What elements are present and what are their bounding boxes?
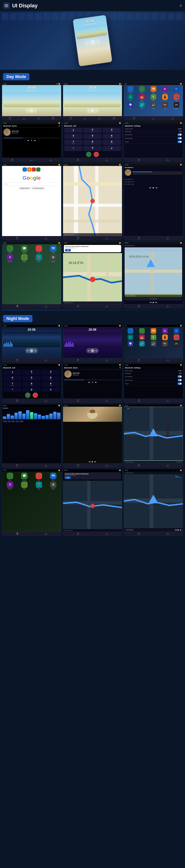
night-dial-4[interactable]: 4GHI: [3, 376, 22, 381]
next-btn[interactable]: ⏭: [34, 110, 36, 112]
night-waze-nav-apts[interactable]: ⚙APTS: [105, 532, 108, 535]
night-app-3[interactable]: 🗺: [148, 328, 159, 334]
night-cp-nav-apts[interactable]: ⚙APTS: [45, 532, 48, 535]
lucky-btn[interactable]: I'm Feeling Lucky: [31, 187, 45, 189]
night-prev-2[interactable]: ⏮: [88, 350, 89, 351]
night-bt-prev[interactable]: ⏮: [88, 381, 90, 383]
eq-preset-2[interactable]: Pop: [8, 421, 11, 422]
night-bt-nav-dial[interactable]: ☎DIAL: [77, 399, 79, 402]
night-auto-connect-toggle[interactable]: [178, 379, 182, 381]
carplay-nav-home[interactable]: 🏠HOME: [16, 305, 19, 308]
app-icon-11[interactable]: 💎 Set: [125, 102, 136, 109]
dial-2[interactable]: 2ABC: [83, 128, 102, 133]
bt-nav-apts[interactable]: ⚙APTS: [49, 159, 52, 161]
night-dial-1[interactable]: 1: [3, 370, 22, 375]
night-nav-apts-2[interactable]: ⚙APTS: [105, 359, 108, 362]
eq-preset-1[interactable]: Normal: [3, 421, 7, 422]
night-play-2[interactable]: ⏸: [90, 349, 95, 352]
bt-next[interactable]: ⏭: [34, 139, 36, 142]
bt-nav-music[interactable]: ♪APTS: [30, 159, 33, 161]
night-nav-apts-3[interactable]: ⚙APTS: [166, 359, 169, 362]
night-hangup-btn[interactable]: 📵: [33, 393, 38, 398]
nav-3-dial[interactable]: ☎DIAL: [133, 117, 135, 120]
app-icon-6[interactable]: 🌐 Net: [125, 94, 136, 101]
dial-3[interactable]: 3DEF: [103, 128, 121, 133]
auto-answer-toggle[interactable]: [178, 133, 182, 136]
night-power-toggle[interactable]: [178, 382, 182, 385]
app-icon-7[interactable]: 📻 Radio: [136, 94, 147, 101]
night-settings-nav-dial[interactable]: ☎DIAL: [138, 399, 140, 402]
night-app-8[interactable]: 🎙: [148, 335, 159, 340]
app-icon-2[interactable]: 🎵 Music: [136, 86, 147, 93]
np-prev[interactable]: ⏮: [150, 301, 152, 303]
carplay-music[interactable]: 🎵 Music: [32, 245, 46, 253]
night-bt-next[interactable]: ⏭: [95, 381, 97, 383]
night-auto-answer-toggle[interactable]: [178, 375, 182, 378]
app-icon-13[interactable]: 🔊 Sound: [148, 102, 159, 109]
carplay-settings[interactable]: ⚙ Settings: [47, 254, 60, 262]
nav-menu-icon[interactable]: ≡: [180, 3, 182, 8]
go-btn[interactable]: GO: [65, 249, 71, 251]
next-btn-2[interactable]: ⏭: [96, 110, 97, 112]
social-track-2[interactable]: 华年_初见_02.mp3: [125, 181, 182, 183]
call-nav-apts[interactable]: ⚙APTS: [105, 159, 108, 161]
night-cp-phone[interactable]: 📞 Phone: [3, 473, 17, 480]
waze-nav-apts[interactable]: ⚙APTS: [105, 305, 108, 308]
google-nav-dial[interactable]: ☎DIAL: [16, 237, 18, 240]
carplay-phone[interactable]: 📞 Phone: [3, 245, 17, 253]
night-app-6[interactable]: 🌐: [125, 335, 136, 340]
night-cp-messages[interactable]: 💬 Messages: [18, 473, 31, 480]
nav-3-apts[interactable]: ⚙APTS: [171, 117, 174, 120]
google-search[interactable]: 🔍: [4, 183, 60, 186]
night-settings-nav-apts[interactable]: ⚙APTS: [166, 399, 169, 402]
night-app-5[interactable]: 🔵: [171, 328, 182, 334]
night-go-btn[interactable]: GO: [65, 476, 71, 479]
night-app-2[interactable]: 🎵: [136, 328, 147, 334]
night-cp-maps[interactable]: 🗺 Maps: [47, 473, 60, 480]
night-call-nav-dial[interactable]: ☎DIAL: [16, 399, 18, 402]
food-next[interactable]: ⏭: [95, 461, 96, 463]
carplay-messages[interactable]: 💬 Messages: [18, 245, 31, 253]
hang-up-btn[interactable]: 📵: [94, 152, 99, 157]
eq-nav-dial[interactable]: ☎DIAL: [16, 464, 18, 467]
nav-apts-2a[interactable]: ⚙APTS: [98, 117, 101, 120]
hero-prev-btn[interactable]: ⏮: [86, 41, 89, 44]
carplay-spotify[interactable]: 🎧 Spotify: [18, 254, 31, 262]
night-app-12[interactable]: 🔗: [136, 341, 147, 346]
road-nav-dial[interactable]: ☎DIAL: [138, 464, 140, 467]
night-dial-hash[interactable]: #: [42, 388, 60, 392]
dial-7[interactable]: 7PQRS: [64, 140, 83, 145]
bt-prev[interactable]: ⏮: [27, 139, 29, 142]
carplay-podcast[interactable]: 🎙 Podcasts: [3, 254, 17, 262]
night-dial-5[interactable]: 5JKL: [23, 376, 41, 381]
night-call-btn[interactable]: 📞: [25, 393, 30, 398]
social-prev[interactable]: ⏮: [149, 187, 151, 189]
night-app-1[interactable]: 📞: [125, 328, 136, 334]
night-dial-9[interactable]: 9WXYZ: [42, 381, 60, 387]
bt-nav-dial[interactable]: ☎DIAL: [11, 159, 14, 161]
night-road-play[interactable]: ▶: [178, 529, 179, 531]
np-nav-apts[interactable]: ⚙APTS: [166, 305, 169, 308]
night-cp-podcast[interactable]: 🎙 Podcasts: [3, 482, 17, 489]
app-icon-4[interactable]: ⚙ Photo: [160, 86, 170, 93]
dial-4[interactable]: 4GHI: [64, 134, 83, 139]
eq-preset-5[interactable]: Classic: [19, 421, 24, 422]
night-nav-apts-1[interactable]: ⚙APTS: [44, 359, 47, 362]
np-nav-dial[interactable]: ☎DIAL: [138, 305, 140, 308]
dial-6[interactable]: 6MNO: [103, 134, 121, 139]
food-play[interactable]: ▶: [92, 461, 93, 463]
settings-nav-dial[interactable]: ☎DIAL: [138, 159, 140, 161]
nav-music[interactable]: ♪MAIL: [23, 117, 25, 120]
play-btn[interactable]: ⏸: [30, 109, 33, 113]
road-nav-apts[interactable]: ⚙APTS: [166, 464, 169, 467]
night-dial-star[interactable]: *: [3, 388, 22, 392]
map-nav-apts[interactable]: ⚙APTS: [105, 237, 108, 240]
night-road-prev[interactable]: ⏮: [175, 529, 177, 531]
night-dial-6[interactable]: 6MNO: [42, 376, 60, 381]
night-nav-dial-3[interactable]: ☎DIAL: [138, 359, 140, 362]
app-icon-9[interactable]: 📱 Apps: [160, 94, 170, 101]
food-nav-dial[interactable]: ☎DIAL: [77, 464, 79, 467]
prev-btn-2[interactable]: ⏮: [88, 110, 89, 112]
night-road-map-nav-dial[interactable]: ☎DIAL: [138, 532, 140, 535]
power-toggle[interactable]: [178, 141, 182, 143]
